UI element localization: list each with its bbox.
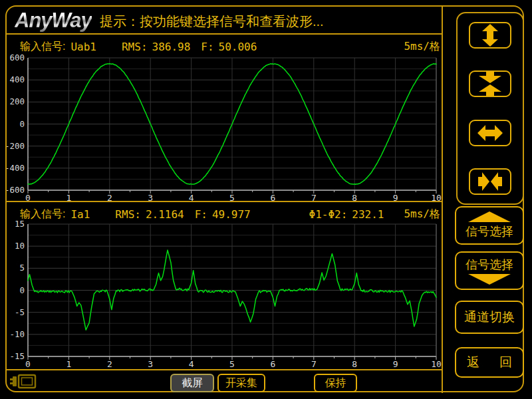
- svg-text:9: 9: [393, 359, 398, 367]
- compress-vertical-button[interactable]: [469, 70, 511, 97]
- compress-horizontal-icon: [477, 170, 503, 194]
- timebase-readout: 5ms/格: [404, 40, 440, 54]
- back-button[interactable]: 返 回: [455, 347, 524, 378]
- svg-text:-600: -600: [7, 185, 25, 195]
- signal-select-down-button[interactable]: 信号选择: [455, 251, 524, 290]
- signal-label: 输入信号:: [20, 40, 65, 54]
- current-waveform-chart: 151050-5-10-15012345678910: [7, 219, 442, 367]
- svg-text:0: 0: [19, 285, 25, 295]
- waveform-zoom-group: [456, 12, 524, 205]
- svg-text:8: 8: [352, 193, 357, 201]
- svg-text:2: 2: [107, 193, 112, 201]
- svg-text:5: 5: [229, 193, 235, 201]
- svg-text:0: 0: [19, 119, 25, 129]
- expand-vertical-icon: [477, 23, 503, 47]
- screenshot-label: 截屏: [182, 376, 203, 390]
- acquire-label: 开采集: [225, 376, 257, 390]
- battery-icon: [9, 373, 37, 390]
- svg-text:15: 15: [15, 219, 25, 229]
- expand-horizontal-icon: [477, 121, 503, 145]
- svg-text:-15: -15: [9, 351, 25, 361]
- hold-label: 保持: [325, 376, 346, 390]
- svg-text:-10: -10: [9, 329, 25, 339]
- expand-vertical-button[interactable]: [469, 22, 511, 49]
- bottom-bar-divider: [6, 369, 442, 370]
- back-label-left: 返: [467, 354, 479, 371]
- svg-text:3: 3: [148, 359, 153, 367]
- svg-text:5: 5: [19, 263, 25, 273]
- svg-text:400: 400: [9, 74, 25, 84]
- svg-text:200: 200: [9, 96, 25, 106]
- start-acquisition-button[interactable]: 开采集: [217, 374, 265, 392]
- signal-value: Uab1: [70, 41, 96, 53]
- svg-text:5: 5: [229, 359, 235, 367]
- compress-horizontal-button[interactable]: [469, 168, 511, 195]
- svg-text:10: 10: [431, 359, 442, 367]
- freq-readout: F: 50.006: [201, 41, 257, 53]
- hold-button[interactable]: 保持: [314, 374, 357, 392]
- expand-horizontal-button[interactable]: [469, 120, 511, 146]
- triangle-up-icon: [468, 211, 511, 222]
- panel-divider: [6, 201, 442, 202]
- svg-text:9: 9: [393, 193, 398, 201]
- svg-text:6: 6: [270, 359, 275, 367]
- svg-text:2: 2: [107, 359, 112, 367]
- signal-select-down-label: 信号选择: [466, 257, 513, 273]
- svg-text:0: 0: [25, 193, 31, 201]
- svg-text:10: 10: [15, 241, 25, 251]
- channel-switch-button[interactable]: 通道切换: [455, 301, 524, 334]
- svg-text:-400: -400: [7, 163, 25, 173]
- svg-text:-200: -200: [7, 141, 25, 151]
- signal-select-up-label: 信号选择: [466, 223, 513, 239]
- triangle-down-icon: [468, 274, 511, 285]
- voltage-panel-header: 输入信号: Uab1 RMS: 386.98 F: 50.006 5ms/格: [20, 40, 440, 54]
- screenshot-button[interactable]: 截屏: [170, 374, 214, 392]
- svg-text:1: 1: [66, 193, 71, 201]
- svg-text:3: 3: [148, 193, 153, 201]
- svg-text:0: 0: [25, 359, 31, 367]
- back-label-right: 回: [499, 354, 512, 371]
- svg-text:7: 7: [311, 359, 317, 367]
- svg-text:1: 1: [66, 359, 71, 367]
- hint-text: 提示：按功能键选择信号和查看波形...: [100, 13, 324, 31]
- header-divider: [6, 33, 442, 35]
- signal-select-up-button[interactable]: 信号选择: [455, 206, 524, 245]
- svg-text:8: 8: [352, 359, 357, 367]
- channel-switch-label: 通道切换: [464, 309, 515, 326]
- compress-vertical-icon: [477, 72, 503, 96]
- svg-text:600: 600: [9, 53, 25, 63]
- svg-text:4: 4: [189, 359, 194, 367]
- svg-text:6: 6: [270, 193, 275, 201]
- voltage-waveform-chart: 6004002000-200-400-600012345678910: [7, 53, 442, 201]
- svg-text:7: 7: [311, 193, 317, 201]
- svg-text:4: 4: [189, 193, 194, 201]
- svg-text:-5: -5: [15, 307, 25, 317]
- anyway-logo: AnyWay: [15, 9, 92, 33]
- svg-text:10: 10: [431, 193, 442, 201]
- rms-readout: RMS: 386.98: [122, 41, 190, 53]
